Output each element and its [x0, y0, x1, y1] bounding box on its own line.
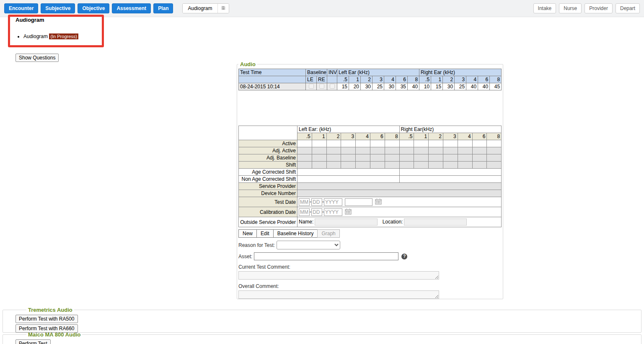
calibration-date-mm-input[interactable] — [299, 208, 310, 216]
freq-header: .5 — [297, 133, 312, 140]
shift-row: Shift — [239, 162, 502, 169]
test-date-yyyy-input[interactable] — [324, 198, 342, 206]
left-span-cell — [297, 176, 400, 183]
progress-list: Audiogram (In Progress) — [16, 33, 78, 40]
chart-area — [238, 90, 502, 126]
value-cell — [326, 154, 341, 162]
device-number-row: Device Number — [239, 190, 502, 197]
right-ear-value: 15 — [431, 83, 443, 90]
current-test-comment-label: Current Test Comment: — [238, 264, 502, 270]
nav-button-plan[interactable]: Plan — [153, 3, 173, 13]
freq-header: 8 — [408, 76, 419, 83]
right-ear-value: 30 — [443, 83, 455, 90]
inv-checkbox[interactable] — [330, 84, 335, 89]
right-ear-value: 45 — [490, 83, 502, 90]
calendar-icon[interactable] — [375, 198, 382, 206]
age-corrected-shift-row: Age Corrected Shift — [239, 169, 502, 176]
row-label: Adj. Active — [239, 147, 297, 154]
edit-button[interactable]: Edit — [256, 229, 274, 238]
freq-header: 3 — [341, 133, 356, 140]
left-ear-value: 20 — [349, 83, 361, 90]
value-cell — [443, 162, 458, 169]
right-ear-header: Right Ear(kHz) — [399, 126, 502, 133]
show-questions-button[interactable]: Show Questions — [16, 54, 59, 62]
freq-header: 2 — [326, 133, 341, 140]
outside-provider-location-input[interactable] — [404, 218, 467, 226]
value-cell — [472, 147, 487, 154]
nav-button-assessment[interactable]: Assessment — [112, 3, 151, 13]
audiogram-link[interactable]: Audiogram — [23, 33, 48, 39]
freq-header: 8 — [490, 76, 502, 83]
right-ear-value: 10 — [419, 83, 431, 90]
freq-header: 1 — [431, 76, 443, 83]
outside-service-provider-cell: Name: Location: — [297, 217, 502, 227]
value-cell — [326, 147, 341, 154]
test-date-dd-input[interactable] — [311, 198, 322, 206]
asset-input[interactable] — [254, 252, 398, 260]
status-badge: (In Progress) — [49, 33, 78, 39]
freq-header: 1 — [312, 133, 326, 140]
baseline-le-cell — [306, 83, 317, 90]
topbar: Encounter Subjective Objective Assessmen… — [0, 0, 644, 17]
value-cell — [356, 140, 370, 147]
provider-button[interactable]: Provider — [585, 3, 613, 13]
reason-for-test-select[interactable] — [277, 241, 340, 249]
baseline-le-checkbox[interactable] — [309, 84, 314, 89]
baseline-history-button[interactable]: Baseline History — [273, 229, 318, 238]
calibration-date-dd-input[interactable] — [311, 208, 322, 216]
perform-test-button[interactable]: Perform Test — [16, 339, 51, 344]
save-icon — [221, 5, 226, 12]
inv-cell — [327, 83, 337, 90]
save-button[interactable] — [217, 4, 229, 13]
current-test-comment-textarea[interactable] — [238, 271, 439, 280]
value-cell — [472, 140, 487, 147]
nav-button-subjective[interactable]: Subjective — [41, 3, 75, 13]
freq-header: 4 — [458, 133, 472, 140]
baseline-re-checkbox[interactable] — [319, 84, 324, 89]
overall-comment-textarea[interactable] — [238, 290, 439, 299]
col-re: RE — [317, 76, 327, 83]
col-left-ear: Left Ear (kHz) — [337, 69, 419, 76]
freq-header: 2 — [361, 76, 372, 83]
value-cell — [312, 162, 326, 169]
value-cell — [399, 140, 414, 147]
help-icon[interactable]: ? — [401, 254, 407, 259]
freq-header: 6 — [478, 76, 490, 83]
audiogram-test-table: Test Time Baseline INV Left Ear (kHz) Ri… — [238, 69, 502, 90]
perform-test-ra500-button[interactable]: Perform Test with RA500 — [16, 315, 78, 323]
value-cell — [399, 147, 414, 154]
freq-header: 1 — [349, 76, 361, 83]
nav-button-objective[interactable]: Objective — [78, 3, 109, 13]
right-ear-value: 40 — [478, 83, 490, 90]
nav-button-encounter[interactable]: Encounter — [4, 3, 38, 13]
test-date-time-input[interactable] — [345, 198, 372, 206]
col-right-ear: Right Ear (kHz) — [419, 69, 502, 76]
value-cell — [297, 147, 312, 154]
graph-button[interactable]: Graph — [317, 229, 339, 238]
nurse-button[interactable]: Nurse — [559, 3, 582, 13]
row-label: Test Date — [239, 197, 297, 207]
audiogram-tab-group: Audiogram — [182, 3, 229, 13]
right-ear-value: 40 — [466, 83, 478, 90]
test-date-mm-input[interactable] — [299, 198, 310, 206]
value-cell — [370, 147, 385, 154]
value-cell — [385, 162, 399, 169]
device-number-cell — [297, 190, 502, 197]
calendar-icon[interactable] — [345, 208, 352, 216]
page-title: Audiogram — [16, 17, 44, 23]
value-cell — [326, 140, 341, 147]
freq-header: 6 — [396, 76, 408, 83]
depart-button[interactable]: Depart — [616, 3, 640, 13]
intake-button[interactable]: Intake — [533, 3, 556, 13]
tab-audiogram[interactable]: Audiogram — [183, 4, 217, 13]
value-cell — [429, 154, 443, 162]
value-cell — [341, 140, 356, 147]
new-button[interactable]: New — [238, 229, 257, 238]
service-provider-cell — [297, 183, 502, 190]
calibration-date-yyyy-input[interactable] — [324, 208, 342, 216]
test-time-cell[interactable]: 08-24-2015 10:14 — [239, 83, 306, 90]
progress-list-item: Audiogram (In Progress) — [23, 33, 78, 40]
tremetrics-audio-legend: Tremetrics Audio — [26, 307, 74, 313]
outside-provider-name-input[interactable] — [315, 218, 378, 226]
freq-header: 6 — [370, 133, 385, 140]
